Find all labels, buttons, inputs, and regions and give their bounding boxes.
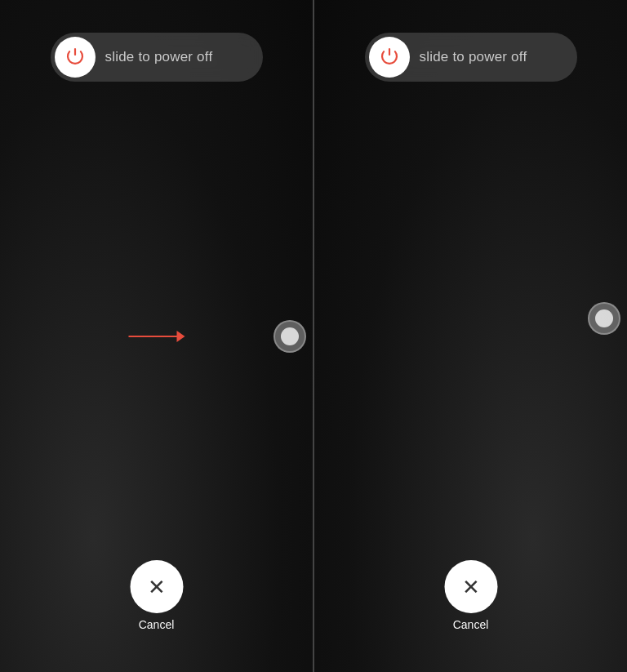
power-icon: [65, 47, 85, 67]
arrow-line: [128, 336, 177, 337]
cancel-container: ✕ Cancel: [130, 560, 183, 631]
cancel-x-icon-right: ✕: [462, 576, 480, 598]
assistive-touch-inner: [281, 327, 299, 345]
cancel-label: Cancel: [139, 618, 175, 631]
assistive-touch-button-right[interactable]: [588, 302, 620, 335]
power-icon-right: [380, 47, 399, 67]
cancel-x-icon: ✕: [148, 576, 166, 598]
power-off-slider-right[interactable]: slide to power off: [365, 33, 577, 82]
cancel-label-right: Cancel: [453, 618, 489, 631]
left-panel: slide to power off ✕ Cancel: [0, 0, 313, 672]
assistive-touch-inner-right: [595, 309, 613, 327]
power-icon-circle-right: [369, 37, 410, 78]
power-icon-circle: [55, 37, 96, 78]
cancel-button-right[interactable]: ✕: [444, 560, 497, 613]
power-off-label: slide to power off: [105, 49, 213, 65]
right-panel: slide to power off: [314, 0, 627, 672]
power-off-slider[interactable]: slide to power off: [51, 33, 263, 82]
arrow-head: [176, 331, 185, 342]
arrow-indicator: [128, 331, 185, 342]
power-off-label-right: slide to power off: [420, 49, 527, 65]
assistive-touch-button[interactable]: [273, 320, 306, 353]
cancel-button[interactable]: ✕: [130, 560, 183, 613]
cancel-container-right: ✕ Cancel: [444, 560, 497, 631]
